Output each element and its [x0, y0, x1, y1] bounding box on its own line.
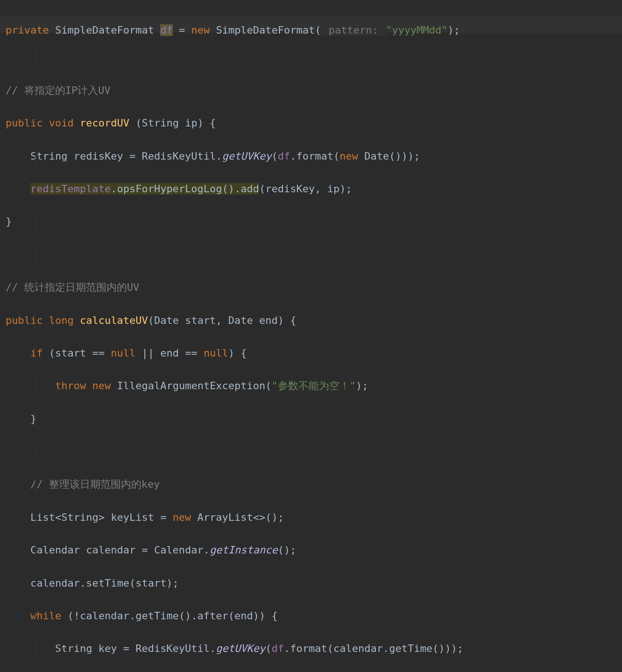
code-line: // 将指定的IP计入UV — [6, 82, 616, 98]
code-line — [6, 443, 616, 460]
code-line — [6, 49, 616, 66]
code-line: } — [6, 411, 616, 427]
code-line: List<String> keyList = new ArrayList<>()… — [6, 509, 616, 525]
code-line: throw new IllegalArgumentException("参数不能… — [6, 378, 616, 394]
code-line: private SimpleDateFormat df = new Simple… — [0, 16, 622, 33]
code-line: redisTemplate.opsForHyperLogLog().add(re… — [6, 181, 616, 197]
code-line: while (!calendar.getTime().after(end)) { — [6, 608, 616, 624]
code-editor[interactable]: private SimpleDateFormat df = new Simple… — [0, 0, 622, 672]
code-line — [6, 246, 616, 263]
code-line: public void recordUV (String ip) { — [6, 115, 616, 131]
code-line: } — [6, 213, 616, 230]
code-line: calendar.setTime(start); — [6, 575, 616, 591]
code-line: String redisKey = RedisKeyUtil.getUVKey(… — [6, 148, 616, 164]
code-line: // 统计指定日期范围内的UV — [6, 279, 616, 295]
code-line: String key = RedisKeyUtil.getUVKey(df.fo… — [6, 640, 616, 657]
code-line: // 整理该日期范围内的key — [6, 476, 616, 492]
code-line: Calendar calendar = Calendar.getInstance… — [6, 542, 616, 558]
code-line: public long calculateUV(Date start, Date… — [6, 312, 616, 329]
code-line: if (start == null || end == null) { — [6, 345, 616, 361]
